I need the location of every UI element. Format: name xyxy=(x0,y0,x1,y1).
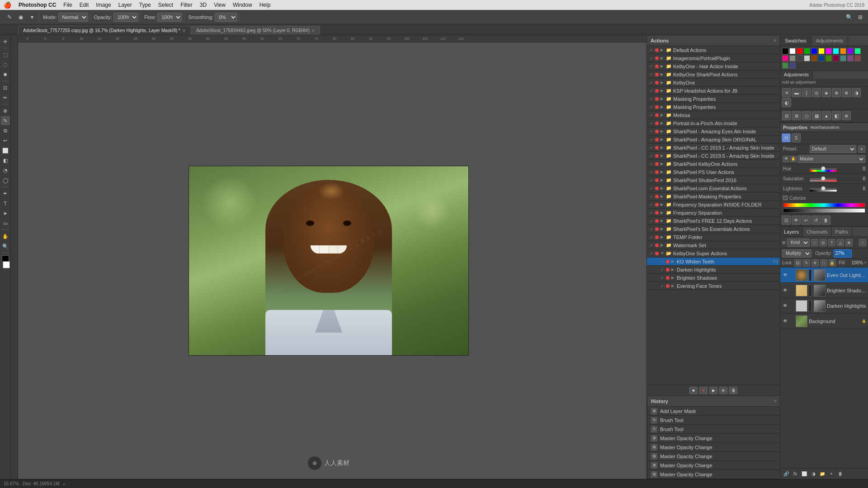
action-group-20[interactable]: ✓ ▶ 📁 Frequency Separation xyxy=(647,209,780,217)
stop-btn[interactable]: ■ xyxy=(689,387,698,394)
mode-select[interactable]: Normal xyxy=(58,13,88,22)
action-group-21[interactable]: ✓ ▶ 📁 SharkPixel's FREE 12 Days Actions xyxy=(647,217,780,225)
hue-thumb[interactable] xyxy=(821,166,826,171)
action-item-1[interactable]: ✓ ▶ Darken Highlights xyxy=(647,266,780,274)
hue-icon-btn[interactable]: H xyxy=(782,133,791,142)
channel-eye-btn[interactable]: 👁 xyxy=(783,156,789,162)
bw-adj-btn[interactable]: ◑ xyxy=(852,88,861,97)
menu-type[interactable]: Type xyxy=(139,2,151,8)
action-group-6[interactable]: ✓ ▶ 📁 Masking Properties xyxy=(647,95,780,103)
action-group-18[interactable]: ✓ ▶ 📁 SharkPixel-Masking Properties xyxy=(647,192,780,201)
action-group-23[interactable]: ✓ ▶ 📁 TEMP Folder xyxy=(647,233,780,241)
swatch-1[interactable] xyxy=(789,48,796,54)
menu-select[interactable]: Select xyxy=(158,2,173,8)
marquee-tool[interactable]: ⬚ xyxy=(1,50,10,59)
action-group-11[interactable]: ✓ ▶ 📁 SharkPixel - Amazing Skin ORIGINAL xyxy=(647,136,780,144)
tool-icon[interactable]: ✎ xyxy=(5,12,14,22)
menu-edit[interactable]: Edit xyxy=(80,2,89,8)
tab-1-close[interactable]: ✕ xyxy=(311,28,315,33)
expand-12[interactable]: ▶ xyxy=(660,145,665,150)
swatch-7[interactable] xyxy=(833,48,839,54)
expand-15[interactable]: ▶ xyxy=(660,170,665,174)
adj-tab-swatches[interactable]: Adjustments xyxy=(780,71,813,79)
preset-menu-btn[interactable]: ≡ xyxy=(858,145,865,153)
menu-layer[interactable]: Layer xyxy=(118,2,132,8)
swatch-13[interactable] xyxy=(797,55,803,61)
blur-tool[interactable]: ◔ xyxy=(1,166,10,175)
brush-tool-icon[interactable]: ◉ xyxy=(16,12,26,22)
expand-3[interactable]: ▶ xyxy=(660,72,665,77)
lock-artboard-btn[interactable]: □ xyxy=(820,259,827,267)
delete-action-btn[interactable]: 🗑 xyxy=(729,387,737,394)
brush-tool[interactable]: ✎ xyxy=(1,116,10,125)
swatch-15[interactable] xyxy=(811,55,817,61)
sat-icon-btn[interactable]: S xyxy=(792,133,801,142)
subexpand-2[interactable]: ▶ xyxy=(671,276,676,280)
tab-layers[interactable]: Layers xyxy=(780,227,803,236)
history-item-3[interactable]: ⊞ Master Opacity Change xyxy=(647,434,780,443)
swatch-11[interactable] xyxy=(782,55,788,61)
lock-pixels-btn[interactable]: ✎ xyxy=(803,259,810,267)
action-group-24[interactable]: ✓ ▶ 📁 Watermark Set xyxy=(647,241,780,249)
swatch-18[interactable] xyxy=(833,55,839,61)
dodge-tool[interactable]: ◯ xyxy=(1,176,10,185)
action-group-14[interactable]: ✓ ▶ 📁 SharkPixel KelbyOne Actions xyxy=(647,160,780,168)
expand-18[interactable]: ▶ xyxy=(660,194,665,199)
tab-0[interactable]: AdobeStock_77577255 copy.jpg @ 16.7% (Da… xyxy=(18,26,191,35)
action-group-kelby-super[interactable]: ✓ ▼ 📂 KelbyOne Super Actions xyxy=(647,249,780,258)
expand-20[interactable]: ▶ xyxy=(660,211,665,215)
action-group-7[interactable]: ✓ ▶ 📁 Masking Properties xyxy=(647,103,780,111)
subexpand-3[interactable]: ▶ xyxy=(671,284,676,288)
tab-swatches[interactable]: Swatches xyxy=(780,36,811,46)
expand-7[interactable]: ▶ xyxy=(660,105,665,109)
action-group-9[interactable]: ✓ ▶ 📁 Portrait-in-a-Pinch-Atn-Inside xyxy=(647,119,780,127)
menu-window[interactable]: Window xyxy=(233,2,252,8)
swatch-23[interactable] xyxy=(789,62,796,69)
action-group-17[interactable]: ✓ ▶ 📁 SharkPixel.com Essential Actions xyxy=(647,184,780,192)
expand-super[interactable]: ▼ xyxy=(660,251,665,256)
smoothing-select[interactable]: 0% xyxy=(215,13,237,22)
menu-filter[interactable]: Filter xyxy=(180,2,193,8)
healing-tool[interactable]: ⊕ xyxy=(1,106,10,115)
color-balance-adj-btn[interactable]: ⊗ xyxy=(842,88,851,97)
hand-tool[interactable]: ✋ xyxy=(1,232,10,241)
swatch-6[interactable] xyxy=(826,48,832,54)
prev-state-btn[interactable]: ↩ xyxy=(802,216,811,225)
expand-8[interactable]: ▶ xyxy=(660,113,665,117)
expand-23[interactable]: ▶ xyxy=(660,235,665,239)
history-item-0[interactable]: ⊞ Add Layer Mask xyxy=(647,407,780,416)
expand-22[interactable]: ▶ xyxy=(660,227,665,231)
channel-hand-btn[interactable]: ✋ xyxy=(790,156,797,162)
play-btn[interactable]: ▶ xyxy=(709,387,717,394)
swatch-21[interactable] xyxy=(854,55,861,61)
layer-item-2[interactable]: 👁 Darken Highlights xyxy=(780,298,868,314)
swatch-17[interactable] xyxy=(826,55,832,61)
lock-transparent-btn[interactable]: ⊟ xyxy=(794,259,802,267)
swatch-4[interactable] xyxy=(811,48,817,54)
action-group-0[interactable]: ✓ ▶ 📁 Default Actions xyxy=(647,46,780,54)
action-group-3[interactable]: ✓ ▶ 📁 KelbyOne SharkPixel Actions xyxy=(647,70,780,79)
expand-19[interactable]: ▶ xyxy=(660,202,665,207)
swatch-12[interactable] xyxy=(789,55,796,61)
history-panel-collapse[interactable]: ≡ xyxy=(774,399,777,404)
menu-help[interactable]: Help xyxy=(259,2,271,8)
history-item-1[interactable]: ✎ Brush Tool xyxy=(647,416,780,425)
expand-16[interactable]: ▶ xyxy=(660,178,665,183)
tab-paths[interactable]: Paths xyxy=(832,227,852,236)
action-item-3[interactable]: ✓ ▶ Evening Face Tones xyxy=(647,282,780,290)
action-group-10[interactable]: ✓ ▶ 📁 SharkPixel - Amazing Eyes Atn Insi… xyxy=(647,127,780,136)
history-brush-tool[interactable]: ↩ xyxy=(1,136,10,145)
swatch-10[interactable] xyxy=(854,48,861,54)
hue-slider[interactable] xyxy=(810,168,837,170)
colorize-checkbox[interactable] xyxy=(783,196,788,200)
tool-options-icon[interactable]: ▾ xyxy=(27,12,37,22)
eyedropper-tool[interactable]: ✏ xyxy=(1,93,10,102)
swatch-8[interactable] xyxy=(840,48,846,54)
tab-channels[interactable]: Channels xyxy=(803,227,831,236)
tab-adjustments[interactable]: Adjustments xyxy=(811,36,849,46)
selective-color-adj-btn[interactable]: ⊕ xyxy=(842,111,851,120)
add-group-btn[interactable]: 📁 xyxy=(818,470,826,478)
expand-0[interactable]: ▶ xyxy=(660,48,665,52)
tab-0-close[interactable]: ✕ xyxy=(182,28,186,33)
menu-3d[interactable]: 3D xyxy=(200,2,207,8)
